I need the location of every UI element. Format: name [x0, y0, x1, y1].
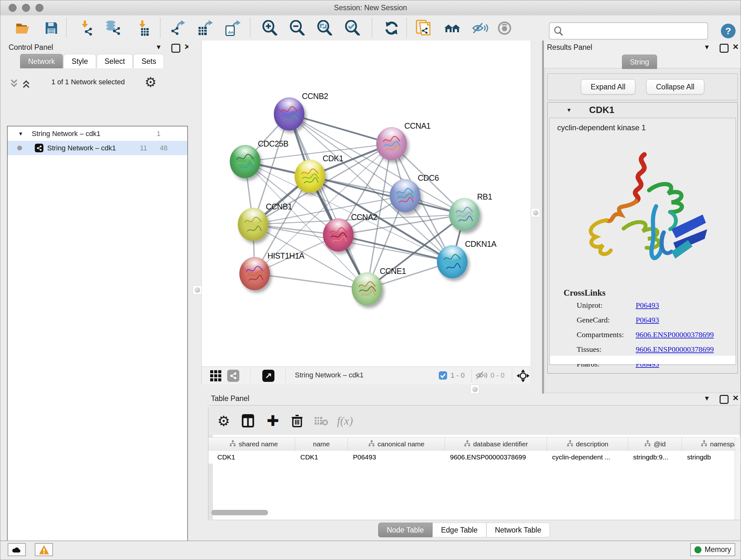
delete-column-icon[interactable]	[289, 413, 305, 428]
node-CDK1[interactable]	[294, 160, 325, 193]
birds-eye-view-icon[interactable]	[516, 369, 530, 384]
collapse-all-networks-icon[interactable]	[9, 78, 19, 89]
right-splitter[interactable]	[530, 41, 544, 394]
memory-button[interactable]: Memory	[690, 543, 735, 556]
tab-string[interactable]: String	[622, 55, 657, 69]
table-panel-close-icon[interactable]: ✕	[732, 394, 739, 402]
cell-namespace[interactable]: stringdb	[682, 451, 740, 463]
import-table-file-icon[interactable]	[135, 20, 151, 37]
column-header-@id[interactable]: @id	[628, 437, 682, 451]
network-badge-icon[interactable]	[227, 370, 239, 382]
zoom-out-icon[interactable]	[289, 20, 306, 37]
string-home-icon[interactable]	[444, 20, 461, 37]
collapse-all-button[interactable]: Collapse All	[646, 79, 704, 95]
warnings-button[interactable]	[35, 543, 53, 556]
crosslink-link[interactable]: 9606.ENSP00000378699	[636, 345, 714, 354]
cell-shared-name[interactable]: CDK1	[212, 451, 295, 463]
node-CCNA1[interactable]	[376, 127, 407, 160]
left-splitter-handle[interactable]	[193, 286, 202, 294]
tab-network-table[interactable]: Network Table	[486, 523, 550, 537]
import-network-file-icon[interactable]	[78, 20, 95, 37]
cloud-button[interactable]	[8, 543, 26, 556]
table-vscrollbar[interactable]	[735, 437, 740, 520]
export-image-icon[interactable]	[224, 20, 241, 37]
crosslink-link[interactable]: P06493	[636, 316, 659, 324]
cell-description[interactable]: cyclin-dependent ...	[547, 451, 628, 463]
table-row[interactable]: CDK1CDK1P064939606.ENSP00000378699cyclin…	[208, 451, 741, 463]
tab-select[interactable]: Select	[97, 54, 133, 68]
node-CCNB1[interactable]	[238, 208, 268, 241]
hide-labels-icon[interactable]	[472, 20, 488, 37]
node-CCNB2[interactable]	[274, 98, 305, 131]
tab-network[interactable]: Network	[20, 54, 63, 68]
node-RB1[interactable]	[449, 198, 480, 231]
grid-view-icon[interactable]	[210, 370, 222, 383]
column-header-canonical-name[interactable]: canonical name	[348, 437, 445, 451]
cell-@id[interactable]: stringdb:9...	[628, 451, 682, 463]
detach-view-icon[interactable]	[262, 370, 274, 382]
node-HIST1H1A[interactable]	[239, 257, 270, 290]
node-CDC25B[interactable]	[230, 145, 260, 178]
string-protein-query-icon[interactable]	[415, 20, 432, 37]
import-network-database-icon[interactable]	[105, 20, 122, 37]
control-panel: Control Panel ▾ ✕ NetworkStyleSelectSets…	[0, 41, 188, 541]
network-canvas[interactable]: CCNB2 CCNA1 CDC25B CDK1 CDC6 RB1	[201, 41, 531, 384]
node-CDC6[interactable]	[390, 179, 420, 212]
show-view-icon[interactable]	[496, 20, 513, 37]
cell-canonical-name[interactable]: P06493	[348, 451, 445, 463]
left-splitter[interactable]	[188, 41, 201, 541]
column-header-shared-name[interactable]: shared name	[212, 437, 295, 451]
column-header-description[interactable]: description	[547, 437, 628, 451]
entry-collapse-icon[interactable]: ▾	[567, 106, 570, 114]
export-table-icon[interactable]	[197, 20, 213, 37]
cell-name[interactable]: CDK1	[295, 451, 348, 463]
node-label-CCNB2: CCNB2	[302, 91, 328, 101]
crosslink-link[interactable]: P06493	[636, 301, 659, 310]
function-builder-icon[interactable]: f(x)	[337, 413, 353, 428]
tab-style[interactable]: Style	[64, 54, 96, 68]
expand-all-networks-icon[interactable]	[21, 78, 31, 89]
help-button[interactable]: ?	[721, 23, 736, 38]
tree-row[interactable]: ▾String Network – cdk11	[8, 126, 187, 141]
tree-expander-icon[interactable]: ▾	[19, 130, 22, 137]
zoom-fit-icon[interactable]	[316, 20, 333, 37]
cell-database-identifier[interactable]: 9606.ENSP00000378699	[445, 451, 547, 463]
control-panel-collapse-icon[interactable]: ▾	[157, 43, 160, 51]
column-header-database-identifier[interactable]: database identifier	[445, 437, 547, 451]
tab-edge-table[interactable]: Edge Table	[432, 523, 486, 537]
network-options-gear-icon[interactable]: ⚙	[145, 74, 157, 90]
selected-checkbox-icon[interactable]	[439, 371, 448, 381]
zoom-selected-icon[interactable]	[344, 20, 360, 37]
results-panel-collapse-icon[interactable]: ▾	[705, 43, 709, 51]
right-splitter-handle[interactable]	[531, 208, 540, 217]
results-panel-close-icon[interactable]: ✕	[732, 43, 739, 51]
table-panel-float-icon[interactable]	[720, 395, 729, 404]
crosslink-link[interactable]: 9606.ENSP00000378699	[636, 330, 714, 339]
column-header-namespace[interactable]: namespace	[682, 437, 740, 451]
delete-table-icon[interactable]	[314, 413, 329, 428]
node-CDKN1A[interactable]	[437, 245, 468, 278]
expand-all-button[interactable]: Expand All	[581, 79, 635, 95]
table-panel-collapse-icon[interactable]: ▾	[705, 394, 709, 402]
refresh-view-icon[interactable]	[383, 20, 400, 37]
node-CCNA2[interactable]	[323, 219, 354, 252]
show-columns-icon[interactable]	[240, 413, 256, 428]
table-hscrollbar-thumb[interactable]	[211, 510, 268, 515]
zoom-in-icon[interactable]	[261, 20, 278, 37]
results-panel-float-icon[interactable]	[720, 44, 729, 53]
column-header-name[interactable]: name	[295, 437, 348, 451]
horizontal-splitter[interactable]	[201, 384, 530, 394]
control-panel-float-icon[interactable]	[172, 44, 180, 53]
entry-header[interactable]: ▾ CDK1	[548, 103, 738, 117]
export-network-icon[interactable]	[170, 20, 186, 37]
tab-sets[interactable]: Sets	[133, 54, 164, 68]
search-input[interactable]	[549, 22, 708, 40]
node-CCNE1[interactable]	[352, 272, 382, 306]
horizontal-splitter-handle[interactable]	[470, 385, 479, 394]
create-column-icon[interactable]: ✚	[265, 413, 280, 428]
tree-row[interactable]: String Network – cdk11148	[8, 141, 187, 155]
tab-node-table[interactable]: Node Table	[378, 523, 432, 537]
table-settings-gear-icon[interactable]: ⚙	[216, 413, 231, 428]
save-session-icon[interactable]	[43, 20, 60, 37]
open-session-icon[interactable]	[14, 20, 31, 37]
